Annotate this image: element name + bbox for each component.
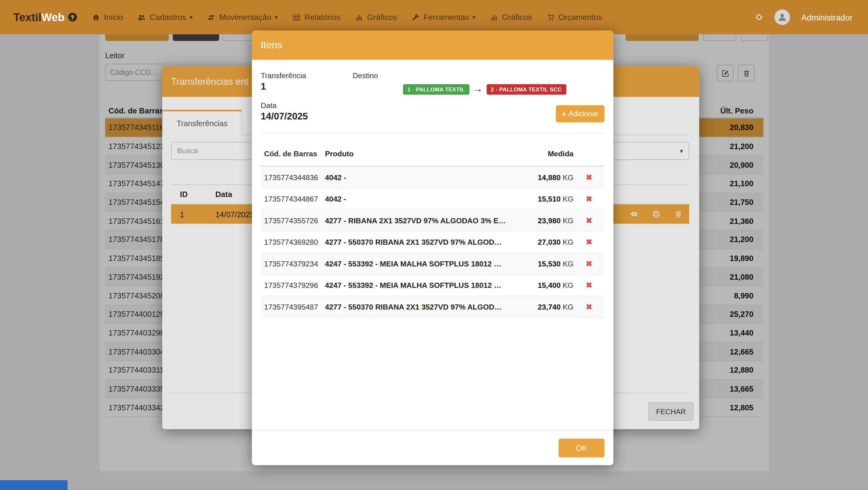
nav-label: Gráficos [502,13,532,22]
printer-icon [652,210,660,218]
nav-item-graficos-1[interactable]: Gráficos [348,0,404,34]
delete-transfer-button[interactable] [674,210,683,218]
col-barcode: Cód. de Barras [264,149,325,158]
chevron-down-icon: ▾ [275,13,278,21]
nav-label: Início [104,13,123,22]
item-unit: KG [563,303,574,311]
top-navbar: TextilWeb ? Início Cadastros ▾ Movimenta… [0,0,868,34]
remove-item-button[interactable]: ✖ [586,216,592,225]
item-measure: 14,880 [538,173,561,182]
nav-menu: Início Cadastros ▾ Movimentação ▾ Relató… [85,0,609,34]
plus-icon: + [562,110,566,118]
remove-item-button[interactable]: ✖ [586,238,592,246]
home-icon [92,13,100,22]
transfer-value: 1 [261,82,266,93]
remove-item-button[interactable]: ✖ [586,194,592,203]
item-product: 4277 - RIBANA 2X1 3527VD 97% ALGODAO 3% … [325,216,521,225]
refresh-button[interactable] [755,13,764,22]
eye-icon [630,210,639,218]
origin-badge: 1 - PALLOMA TEXTIL [403,84,469,94]
col-product: Produto [325,149,521,158]
items-table: Cód. de Barras Produto Medida 1735774344… [261,141,605,318]
item-barcode: 1735774379296 [264,281,325,290]
user-avatar[interactable] [775,9,790,25]
item-barcode: 1735774344867 [264,194,325,203]
remove-item-button[interactable]: ✖ [586,302,592,311]
remove-item-button[interactable]: ✖ [586,281,592,290]
item-barcode: 1735774395487 [264,303,325,311]
nav-item-orcamentos[interactable]: Orçamentos [539,0,609,34]
transfers-modal-title: Transferências ent [171,76,249,87]
close-button[interactable]: FECHAR [648,402,694,421]
item-product: 4247 - 553392 - MEIA MALHA SOFTPLUS 1801… [325,259,521,268]
nav-item-movimentacao[interactable]: Movimentação ▾ [200,0,285,34]
items-table-header: Cód. de Barras Produto Medida [261,141,605,166]
item-product: 4277 - 550370 RIBANA 2X1 3527VD 97% ALGO… [325,303,521,311]
destination-badge: 2 - PALLOMA TEXTIL SCC [487,84,566,94]
nav-label: Relatórios [304,13,341,22]
refresh-icon [755,13,764,22]
nav-item-inicio[interactable]: Início [85,0,130,34]
item-unit: KG [563,281,574,290]
item-product: 4042 - [325,173,521,182]
items-modal-title: Itens [261,39,283,51]
person-icon [777,12,787,22]
transfer-id-cell: 1 [180,210,215,218]
item-measure: 15,510 [538,194,561,203]
nav-label: Cadastros [150,13,186,22]
nav-label: Ferramentas [424,13,469,22]
item-unit: KG [563,216,574,225]
item-unit: KG [563,259,574,268]
date-label: Data [261,101,277,110]
item-product: 4042 - [325,194,521,203]
items-footer-divider [252,430,614,430]
divider [261,133,605,134]
username-label[interactable]: Administrador [801,12,852,22]
nav-item-ferramentas[interactable]: Ferramentas ▾ [404,0,483,34]
cart-icon [546,13,555,22]
item-row: 1735774379234 4247 - 553392 - MEIA MALHA… [261,253,605,275]
item-row: 1735774344867 4042 - 15,510 KG ✖ [261,188,605,210]
print-button[interactable] [652,210,660,218]
brand-logo[interactable]: TextilWeb ? [13,11,76,24]
item-unit: KG [563,238,574,246]
ok-button[interactable]: OK [559,439,604,457]
item-measure: 27,030 [538,238,561,246]
brand-part1: Textil [13,11,41,24]
nav-item-graficos-2[interactable]: Gráficos [483,0,539,34]
transfer-route: 1 - PALLOMA TEXTIL → 2 - PALLOMA TEXTIL … [403,84,566,95]
nav-item-cadastros[interactable]: Cadastros ▾ [130,0,200,34]
add-item-label: Adicionar [568,110,598,118]
help-icon[interactable]: ? [68,13,76,22]
add-item-button[interactable]: + Adicionar [556,105,605,123]
transfer-label: Transferência [261,71,306,80]
navbar-right: Administrador [755,9,868,25]
bar-chart-icon [355,13,364,22]
item-barcode: 1735774355726 [264,216,325,225]
exchange-icon [207,13,215,22]
tab-transferencias[interactable]: Transferências [162,110,242,135]
chevron-down-icon: ▾ [189,13,192,21]
remove-item-button[interactable]: ✖ [586,259,592,268]
chevron-down-icon: ▾ [472,13,475,21]
item-measure: 23,980 [538,216,561,225]
brand-part2: Web [41,11,65,24]
items-modal: Itens Transferência 1 Destino 1 - PALLOM… [252,30,614,465]
remove-item-button[interactable]: ✖ [586,173,592,182]
item-product: 4247 - 553392 - MEIA MALHA SOFTPLUS 1801… [325,281,521,290]
nav-item-relatorios[interactable]: Relatórios [285,0,348,34]
transfer-date-cell: 14/07/2025 [215,210,254,218]
items-modal-header: Itens [252,30,614,60]
view-button[interactable] [630,210,639,218]
screen: Leitor Cód. de Barras Últ. Peso [0,0,868,490]
arrow-right-icon: → [473,84,483,95]
item-barcode: 1735774379234 [264,259,325,268]
item-row: 1735774344836 4042 - 14,880 KG ✖ [261,166,605,188]
col-id: ID [180,190,215,199]
chevron-down-icon: ▾ [680,147,683,155]
item-product: 4277 - 550370 RIBANA 2X1 3527VD 97% ALGO… [325,238,521,246]
browser-status-strip [0,480,67,490]
users-icon [137,13,146,22]
item-measure: 15,530 [538,259,561,268]
nav-label: Movimentação [219,13,272,22]
